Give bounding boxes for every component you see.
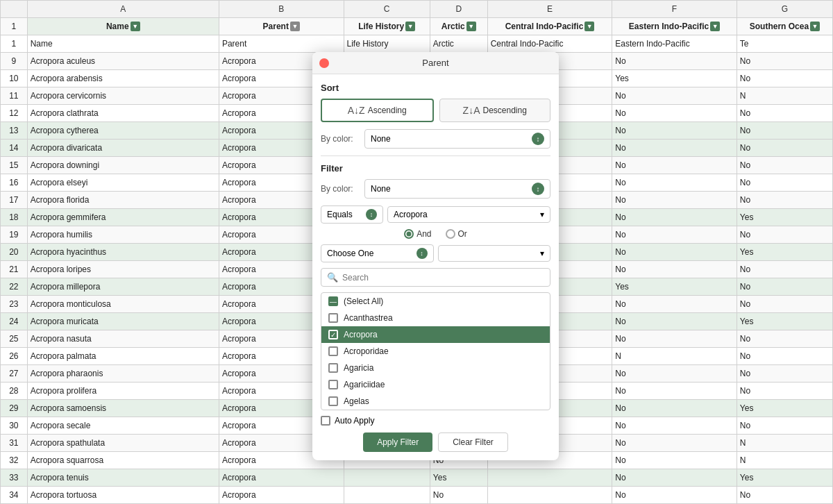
cell[interactable]: No: [612, 140, 737, 157]
list-item[interactable]: —(Select All): [321, 293, 550, 310]
cell[interactable]: No: [612, 192, 737, 209]
cell[interactable]: No: [737, 157, 832, 174]
header-central-indo[interactable]: Central Indo-Pacific ▼: [487, 18, 612, 35]
cell[interactable]: No: [737, 348, 832, 365]
value-select[interactable]: Acropora ▾: [387, 206, 550, 223]
filter-color-select[interactable]: None ↕: [364, 179, 550, 199]
cell[interactable]: Acropora aculeus: [27, 53, 219, 70]
cell[interactable]: Acropora squarrosa: [27, 452, 219, 469]
sort-color-select[interactable]: None ↕: [364, 129, 550, 149]
or-radio[interactable]: [446, 229, 455, 239]
header-southern-ocean[interactable]: Southern Ocea ▼: [737, 18, 832, 35]
clear-filter-button[interactable]: Clear Filter: [438, 432, 508, 452]
list-item[interactable]: Acroporidae: [321, 343, 550, 360]
cell[interactable]: No: [737, 105, 832, 122]
header-life-history[interactable]: Life History ▼: [344, 18, 430, 35]
cell[interactable]: No: [737, 140, 832, 157]
cell[interactable]: Acropora tortuosa: [27, 487, 219, 504]
apply-filter-button[interactable]: Apply Filter: [363, 432, 432, 452]
cell[interactable]: N: [612, 348, 737, 365]
cell[interactable]: No: [612, 365, 737, 383]
cell[interactable]: No: [737, 192, 832, 209]
cell[interactable]: Acropora tenuis: [27, 469, 219, 487]
cell[interactable]: No: [612, 244, 737, 261]
list-item[interactable]: Agaricia: [321, 360, 550, 376]
cell[interactable]: [344, 487, 430, 504]
list-item[interactable]: Acanthastrea: [321, 310, 550, 326]
cell[interactable]: No: [612, 313, 737, 330]
descending-button[interactable]: Z↓A Descending: [439, 99, 551, 122]
col-letter-f[interactable]: F: [612, 1, 737, 18]
southern-filter-btn[interactable]: ▼: [810, 22, 820, 31]
cell[interactable]: No: [612, 105, 737, 122]
cell[interactable]: No: [737, 70, 832, 87]
col-letter-b[interactable]: B: [219, 1, 344, 18]
and-radio[interactable]: [404, 229, 414, 239]
cell[interactable]: No: [612, 53, 737, 70]
cell[interactable]: [487, 469, 612, 487]
cell[interactable]: Acropora divaricata: [27, 140, 219, 157]
cell[interactable]: Acropora loripes: [27, 261, 219, 278]
cell[interactable]: Acropora spathulata: [27, 435, 219, 452]
cell[interactable]: Central Indo-Pacific: [487, 35, 612, 53]
cell[interactable]: No: [612, 487, 737, 504]
col-letter-e[interactable]: E: [487, 1, 612, 18]
choose-one-value-select[interactable]: ▾: [438, 245, 551, 262]
eastern-indo-filter-btn[interactable]: ▼: [710, 22, 720, 31]
cell[interactable]: Yes: [737, 400, 832, 417]
cell[interactable]: Acropora florida: [27, 192, 219, 209]
cell[interactable]: Acropora pharaonis: [27, 365, 219, 383]
arctic-filter-btn[interactable]: ▼: [466, 22, 476, 31]
cell[interactable]: Yes: [612, 70, 737, 87]
cell[interactable]: No: [612, 417, 737, 435]
cell[interactable]: [344, 469, 430, 487]
cell[interactable]: No: [430, 487, 487, 504]
filter-dialog[interactable]: Parent Sort A↓Z Ascending Z↓A Descending: [312, 52, 559, 460]
header-arctic[interactable]: Arctic ▼: [430, 18, 487, 35]
name-filter-btn[interactable]: ▼: [131, 22, 140, 31]
ascending-button[interactable]: A↓Z Ascending: [321, 99, 434, 122]
cell[interactable]: No: [737, 417, 832, 435]
cell[interactable]: No: [737, 330, 832, 348]
cell[interactable]: Acropora: [219, 469, 344, 487]
cell[interactable]: No: [612, 400, 737, 417]
cell[interactable]: No: [737, 383, 832, 400]
cell[interactable]: No: [737, 174, 832, 192]
condition-select[interactable]: Equals ↕: [321, 205, 383, 224]
cell[interactable]: Yes: [612, 278, 737, 296]
cell[interactable]: No: [612, 226, 737, 244]
cell[interactable]: Acropora nasuta: [27, 330, 219, 348]
cell[interactable]: No: [612, 296, 737, 313]
col-letter-c[interactable]: C: [344, 1, 430, 18]
cell[interactable]: Te: [737, 35, 832, 53]
cell[interactable]: Acropora secale: [27, 417, 219, 435]
cell[interactable]: Acropora humilis: [27, 226, 219, 244]
cell[interactable]: Yes: [737, 313, 832, 330]
cell[interactable]: Acropora gemmifera: [27, 209, 219, 226]
cell[interactable]: No: [612, 452, 737, 469]
list-item[interactable]: ✓Acropora: [321, 326, 550, 343]
cell[interactable]: No: [737, 365, 832, 383]
cell[interactable]: Acropora monticulosa: [27, 296, 219, 313]
cell[interactable]: No: [612, 383, 737, 400]
cell[interactable]: No: [612, 122, 737, 140]
cell[interactable]: Acropora elseyi: [27, 174, 219, 192]
cell[interactable]: N: [737, 87, 832, 105]
cell[interactable]: Yes: [430, 469, 487, 487]
cell[interactable]: No: [612, 87, 737, 105]
cell[interactable]: No: [612, 469, 737, 487]
cell[interactable]: No: [737, 226, 832, 244]
cell[interactable]: Acropora samoensis: [27, 400, 219, 417]
cell[interactable]: Acropora muricata: [27, 313, 219, 330]
cell[interactable]: No: [612, 157, 737, 174]
cell[interactable]: Acropora palmata: [27, 348, 219, 365]
cell[interactable]: Parent: [219, 35, 344, 53]
cell[interactable]: Acropora millepora: [27, 278, 219, 296]
header-name[interactable]: Name ▼: [27, 18, 219, 35]
cell[interactable]: Yes: [737, 469, 832, 487]
cell[interactable]: Name: [27, 35, 219, 53]
close-button[interactable]: [319, 58, 329, 68]
cell[interactable]: Acropora hyacinthus: [27, 244, 219, 261]
or-radio-label[interactable]: Or: [446, 229, 467, 239]
cell[interactable]: N: [737, 435, 832, 452]
